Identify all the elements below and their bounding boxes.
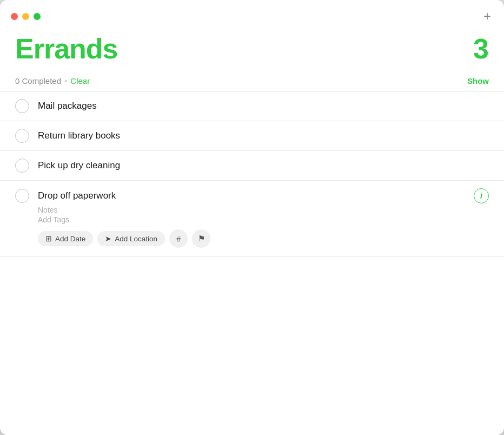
- window-controls: [11, 13, 41, 20]
- task-tags[interactable]: Add Tags: [38, 215, 69, 224]
- task-checkbox[interactable]: [15, 99, 29, 113]
- task-label: Return library books: [38, 130, 489, 141]
- title-bar: +: [0, 0, 504, 27]
- task-item: Return library books: [0, 121, 504, 151]
- task-item-expanded: Drop off paperwork i Notes Add Tags ⊞ Ad…: [0, 181, 504, 257]
- maximize-button[interactable]: [34, 13, 41, 20]
- add-task-button[interactable]: +: [483, 10, 491, 23]
- add-date-label: Add Date: [55, 235, 85, 243]
- task-checkbox[interactable]: [15, 159, 29, 173]
- task-row: Mail packages: [15, 99, 489, 113]
- task-list: Mail packages Return library books Pick …: [0, 91, 504, 435]
- task-actions: ⊞ Add Date ➤ Add Location # ⚑: [15, 229, 210, 248]
- add-location-label: Add Location: [115, 235, 157, 243]
- task-item: Pick up dry cleaning: [0, 151, 504, 181]
- task-label: Drop off paperwork: [38, 190, 474, 201]
- task-row: Return library books: [15, 129, 489, 143]
- calendar-icon: ⊞: [45, 234, 52, 243]
- task-row: Drop off paperwork i: [15, 188, 489, 203]
- header: Errands 3: [0, 27, 504, 73]
- task-checkbox[interactable]: [15, 129, 29, 143]
- flag-icon: ⚑: [198, 234, 205, 243]
- add-flag-button[interactable]: ⚑: [192, 229, 210, 248]
- info-button[interactable]: i: [474, 188, 489, 203]
- app-window: + Errands 3 0 Completed • Clear Show Mai…: [0, 0, 504, 435]
- task-notes[interactable]: Notes: [38, 206, 69, 214]
- status-left: 0 Completed • Clear: [15, 76, 90, 85]
- close-button[interactable]: [11, 13, 18, 20]
- status-bar: 0 Completed • Clear Show: [0, 73, 504, 91]
- task-checkbox[interactable]: [15, 189, 29, 203]
- minimize-button[interactable]: [22, 13, 29, 20]
- show-button[interactable]: Show: [467, 76, 489, 85]
- location-icon: ➤: [105, 234, 111, 243]
- status-separator: •: [64, 76, 67, 85]
- completed-count: 0 Completed: [15, 76, 61, 85]
- clear-button[interactable]: Clear: [70, 76, 90, 85]
- task-count-badge: 3: [473, 34, 489, 64]
- add-tag-button[interactable]: #: [169, 229, 188, 248]
- task-label: Pick up dry cleaning: [38, 160, 489, 171]
- hashtag-icon: #: [176, 234, 181, 243]
- add-location-button[interactable]: ➤ Add Location: [97, 231, 165, 246]
- add-date-button[interactable]: ⊞ Add Date: [38, 231, 93, 246]
- task-item: Mail packages: [0, 91, 504, 121]
- task-label: Mail packages: [38, 101, 489, 111]
- task-meta: Notes Add Tags: [15, 206, 69, 224]
- list-title: Errands: [15, 34, 118, 64]
- task-row: Pick up dry cleaning: [15, 159, 489, 173]
